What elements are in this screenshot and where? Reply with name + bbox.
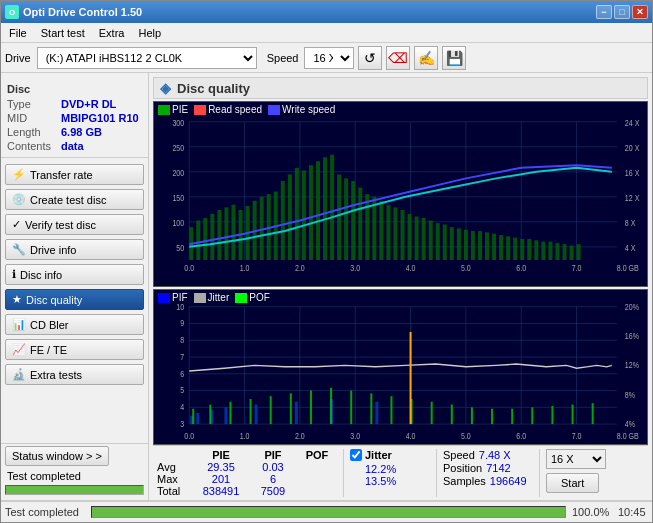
disc-quality-icon: ★ [12,293,22,306]
svg-text:4 X: 4 X [625,243,636,253]
menu-extra[interactable]: Extra [93,25,131,41]
svg-rect-143 [310,391,312,425]
svg-text:4.0: 4.0 [406,263,416,273]
svg-rect-68 [422,218,426,260]
read-speed-legend: Read speed [194,104,262,115]
maximize-button[interactable]: □ [614,5,630,19]
sidebar-divider-1 [1,157,148,158]
avg-label: Avg [157,461,193,473]
svg-rect-56 [337,174,341,260]
bottom-status-text: Test completed [5,506,85,518]
create-test-disc-label: Create test disc [30,194,106,206]
svg-text:6.0: 6.0 [516,431,526,442]
svg-rect-154 [531,408,533,425]
svg-rect-55 [330,155,334,260]
svg-rect-147 [390,397,392,425]
fe-te-button[interactable]: 📈 FE / TE [5,339,144,360]
svg-rect-70 [436,223,440,260]
disc-mid-value: MBIPG101 R10 [61,112,139,124]
verify-test-disc-label: Verify test disc [25,219,96,231]
svg-text:12%: 12% [625,359,639,370]
svg-text:300: 300 [172,118,184,128]
disc-section-label: Disc [1,81,148,97]
svg-text:100: 100 [172,218,184,228]
pif-header: PIF [249,449,297,461]
drive-info-button[interactable]: 🔧 Drive info [5,239,144,260]
svg-rect-89 [570,246,574,260]
create-test-disc-button[interactable]: 💿 Create test disc [5,189,144,210]
close-button[interactable]: ✕ [632,5,648,19]
jitter-max-value: 13.5% [350,475,430,487]
start-button[interactable]: Start [546,473,599,493]
extra-tests-label: Extra tests [30,369,82,381]
pie-legend-color [158,105,170,115]
stats-divider-1 [343,449,344,497]
jitter-avg-value: 12.2% [350,463,430,475]
menu-help[interactable]: Help [132,25,167,41]
svg-text:5.0: 5.0 [461,263,471,273]
cd-bler-button[interactable]: 📊 CD Bler [5,314,144,335]
svg-text:150: 150 [172,193,184,203]
svg-text:3.0: 3.0 [350,263,360,273]
minimize-button[interactable]: − [596,5,612,19]
pie-legend-label: PIE [172,104,188,115]
svg-text:50: 50 [176,243,184,253]
chart-title-bar: ◈ Disc quality [153,77,648,99]
svg-text:6.0: 6.0 [516,263,526,273]
fe-te-icon: 📈 [12,343,26,356]
svg-rect-132 [224,408,227,425]
svg-rect-88 [562,244,566,260]
disc-info-button[interactable]: ℹ Disc info [5,264,144,285]
svg-rect-39 [217,210,221,260]
menu-file[interactable]: File [3,25,33,41]
svg-rect-81 [513,238,517,260]
extra-tests-icon: 🔬 [12,368,26,381]
refresh-button[interactable]: ↺ [358,46,382,70]
avg-pie-value: 29.35 [193,461,249,473]
svg-text:12 X: 12 X [625,193,640,203]
svg-rect-142 [290,394,292,425]
svg-rect-83 [527,239,531,260]
disc-type-row: Type DVD+R DL [1,97,148,111]
cd-bler-icon: 📊 [12,318,26,331]
drive-select[interactable]: (K:) ATAPI iHBS112 2 CL0K [37,47,257,69]
pof-legend-color [235,293,247,303]
bottom-bar: Test completed 100.0% 10:45 [1,500,652,522]
svg-rect-64 [393,207,397,260]
svg-rect-73 [457,228,461,260]
svg-rect-152 [491,409,493,424]
verify-test-disc-button[interactable]: ✓ Verify test disc [5,214,144,235]
svg-rect-38 [210,214,214,260]
svg-text:8 X: 8 X [625,218,636,228]
svg-rect-41 [231,205,235,260]
main-window: O Opti Drive Control 1.50 − □ ✕ File Sta… [0,0,653,523]
speed-select[interactable]: 16 X [304,47,354,69]
toolbar: Drive (K:) ATAPI iHBS112 2 CL0K Speed 16… [1,43,652,73]
drive-info-icon: 🔧 [12,243,26,256]
test-speed-select[interactable]: 16 X [546,449,606,469]
disc-length-value: 6.98 GB [61,126,102,138]
disc-type-value: DVD+R DL [61,98,116,110]
disc-quality-button[interactable]: ★ Disc quality [5,289,144,310]
jitter-checkbox[interactable] [350,449,362,461]
write-button[interactable]: ✍ [414,46,438,70]
erase-button[interactable]: ⌫ [386,46,410,70]
svg-text:3: 3 [180,418,184,429]
max-pie-value: 201 [193,473,249,485]
speed-stat-value: 7.48 X [479,449,511,461]
pie-header: PIE [193,449,249,461]
svg-rect-58 [351,181,355,260]
top-chart-svg: 300 250 200 150 100 50 24 X 20 X 16 X 12… [154,102,647,286]
status-window-button[interactable]: Status window > > [5,446,109,466]
disc-type-label: Type [7,98,57,110]
test-completed-label: Test completed [1,468,148,484]
save-button[interactable]: 💾 [442,46,466,70]
sidebar-progress-fill [6,486,143,494]
transfer-rate-button[interactable]: ⚡ Transfer rate [5,164,144,185]
svg-text:250: 250 [172,143,184,153]
pif-legend-color [158,293,170,303]
menu-start-test[interactable]: Start test [35,25,91,41]
extra-tests-button[interactable]: 🔬 Extra tests [5,364,144,385]
speed-label: Speed [267,52,299,64]
svg-text:5.0: 5.0 [461,431,471,442]
